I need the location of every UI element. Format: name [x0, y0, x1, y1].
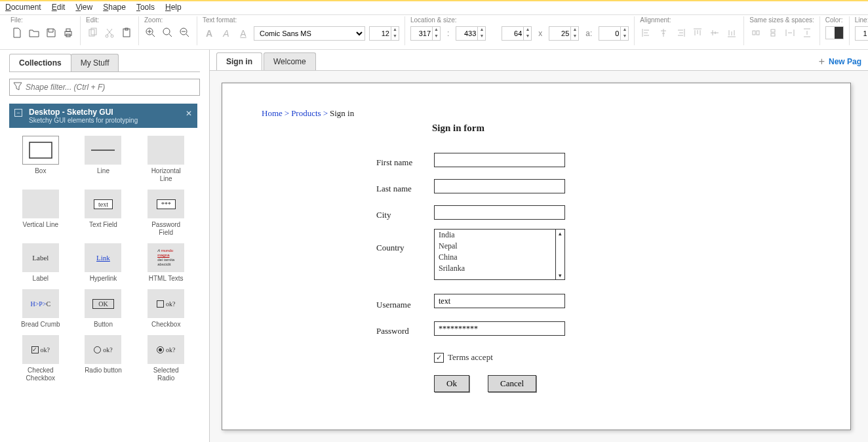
svg-rect-12 — [753, 31, 755, 35]
zoom-out-icon[interactable] — [178, 26, 191, 39]
svg-rect-14 — [771, 30, 775, 32]
menu-edit[interactable]: Edit — [52, 3, 66, 12]
doc-tab-welcome[interactable]: Welcome — [264, 52, 316, 70]
breadcrumb[interactable]: Home > Products > Sign in — [262, 108, 354, 119]
color-swatch[interactable] — [825, 26, 844, 39]
print-icon[interactable] — [62, 26, 75, 39]
svg-rect-1 — [66, 29, 70, 31]
checkbox-terms[interactable]: ✓ Terms accept — [434, 352, 493, 363]
tool-label-textformat: Text format: — [203, 16, 399, 24]
collection-close-icon[interactable]: ✕ — [186, 109, 192, 118]
paste-icon[interactable] — [120, 26, 133, 39]
align-left-icon[interactable] — [640, 26, 653, 39]
font-size-input[interactable] — [370, 30, 391, 37]
breadcrumb-current: Sign in — [330, 108, 354, 118]
menu-tools[interactable]: Tools — [136, 3, 155, 12]
shape-item-box[interactable]: Box — [12, 136, 69, 183]
bold-icon[interactable]: A — [203, 27, 216, 40]
tool-group-line: Line: ▲▼ Sol — [850, 16, 868, 45]
collection-title: Desktop - Sketchy GUI — [29, 108, 179, 117]
open-file-icon[interactable] — [28, 26, 41, 39]
collapse-icon[interactable]: − — [14, 109, 22, 117]
dist-v-icon[interactable] — [800, 26, 814, 39]
new-page-button[interactable]: + New Pag — [819, 56, 861, 68]
shape-item-vertical-line[interactable]: Vertical Line — [12, 190, 69, 237]
shape-item-horizontal-line[interactable]: Horizontal Line — [137, 136, 195, 183]
menu-document[interactable]: Document — [5, 3, 41, 12]
tab-collections[interactable]: Collections — [9, 54, 71, 71]
input-lastname[interactable] — [434, 179, 565, 193]
input-firstname[interactable] — [434, 153, 565, 167]
filter-icon — [13, 82, 22, 91]
shape-item-password-field[interactable]: ***Password Field — [137, 190, 195, 237]
align-top-icon[interactable] — [691, 26, 704, 39]
copy-icon[interactable] — [86, 26, 99, 39]
breadcrumb-sep1: > — [285, 108, 289, 118]
menu-help[interactable]: Help — [165, 3, 182, 12]
menu-shape[interactable]: Shape — [103, 3, 126, 12]
align-bottom-icon[interactable] — [725, 26, 738, 39]
menu-view[interactable]: View — [75, 3, 92, 12]
country-opt-2[interactable]: China — [435, 252, 564, 263]
shape-filter-input[interactable] — [9, 79, 200, 96]
loc-x-spinner[interactable]: ▲▼ — [410, 26, 441, 41]
shape-item-checkbox[interactable]: ok?Checkbox — [137, 289, 195, 329]
zoom-reset-icon[interactable] — [161, 26, 174, 39]
collection-header[interactable]: − Desktop - Sketchy GUI Sketchy GUI elem… — [9, 104, 197, 128]
shape-item-selected-radio[interactable]: ok?Selected Radio — [137, 335, 195, 382]
doc-tab-signin[interactable]: Sign in — [216, 52, 262, 70]
dist-h-icon[interactable] — [783, 26, 797, 39]
tool-label-location: Location & size: — [410, 16, 629, 24]
underline-icon[interactable]: A — [237, 27, 250, 40]
angle-spinner[interactable]: ▲▼ — [599, 26, 629, 41]
scroll-down-icon[interactable]: ▾ — [556, 271, 564, 279]
new-file-icon[interactable] — [10, 26, 24, 39]
breadcrumb-home[interactable]: Home — [262, 108, 283, 118]
font-size-spinner[interactable]: ▲▼ — [369, 26, 399, 41]
shape-item-text-field[interactable]: textText Field — [75, 190, 132, 237]
shape-item-bread-crumb[interactable]: H>P>CBread Crumb — [12, 289, 69, 329]
country-opt-1[interactable]: Nepal — [435, 241, 564, 252]
zoom-in-icon[interactable] — [144, 26, 157, 39]
checkbox-terms-label: Terms accept — [448, 352, 493, 363]
ok-button[interactable]: Ok — [434, 375, 469, 392]
cut-icon[interactable] — [103, 26, 116, 39]
tab-mystuff[interactable]: My Stuff — [71, 54, 119, 71]
tool-label-alignment: Alignment: — [640, 16, 738, 24]
shape-item-html-texts[interactable]: A mundumagnadei tamitaabsciditHTML Texts — [137, 243, 195, 283]
align-center-v-icon[interactable] — [708, 26, 721, 39]
canvas[interactable]: Home > Products > Sign in Sign in form F… — [222, 83, 851, 430]
input-city[interactable] — [434, 205, 565, 220]
shape-item-label[interactable]: LabelLabel — [12, 243, 69, 283]
country-opt-0[interactable]: India — [435, 230, 564, 241]
shape-item-radio-button[interactable]: ok?Radio button — [75, 335, 132, 382]
canvas-wrap[interactable]: Home > Products > Sign in Sign in form F… — [210, 71, 868, 442]
checkbox-box-icon[interactable]: ✓ — [434, 353, 444, 363]
align-right-icon[interactable] — [674, 26, 687, 39]
collection-scroll[interactable]: − Desktop - Sketchy GUI Sketchy GUI elem… — [9, 104, 200, 442]
cancel-button[interactable]: Cancel — [488, 375, 536, 392]
same-height-icon[interactable] — [766, 26, 779, 39]
scroll-up-icon[interactable]: ▴ — [556, 230, 564, 237]
label-city: City — [376, 210, 391, 220]
loc-y-spinner[interactable]: ▲▼ — [456, 26, 486, 41]
shape-item-button[interactable]: OKButton — [75, 289, 132, 329]
country-scrollbar[interactable]: ▴ ▾ — [555, 230, 564, 279]
align-center-h-icon[interactable] — [657, 26, 670, 39]
italic-icon[interactable]: A — [220, 27, 233, 40]
input-password[interactable] — [434, 321, 565, 336]
shape-item-checked-checkbox[interactable]: ✓ok?Checked Checkbox — [12, 335, 69, 382]
same-width-icon[interactable] — [749, 26, 762, 39]
input-username[interactable] — [434, 294, 565, 308]
shape-item-hyperlink[interactable]: LinkHyperlink — [75, 243, 132, 283]
font-family-select[interactable]: Comic Sans MS — [254, 26, 365, 41]
shape-item-line[interactable]: Line — [75, 136, 132, 183]
svg-point-10 — [163, 28, 170, 35]
size-w-spinner[interactable]: ▲▼ — [502, 26, 532, 41]
size-h-spinner[interactable]: ▲▼ — [549, 26, 579, 41]
country-opt-3[interactable]: Srilanka — [435, 263, 564, 274]
list-country[interactable]: India Nepal China Srilanka ▴ ▾ — [434, 229, 565, 280]
breadcrumb-products[interactable]: Products — [291, 108, 321, 118]
save-file-icon[interactable] — [45, 26, 58, 39]
line-weight-spinner[interactable]: ▲▼ — [855, 26, 868, 41]
